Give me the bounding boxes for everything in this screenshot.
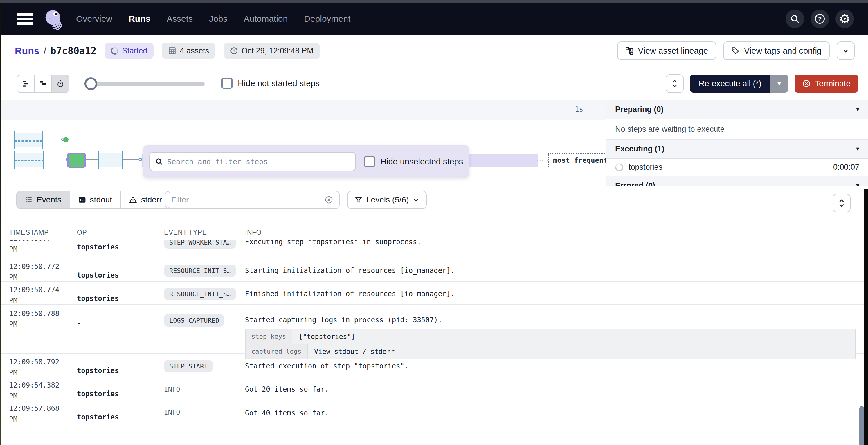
- metadata-row: step_keys ["topstories"]: [246, 329, 855, 344]
- reexecute-dropdown-button[interactable]: ▾: [770, 74, 788, 93]
- log-table-header: TIMESTAMP OP EVENT TYPE INFO: [1, 225, 865, 240]
- nav-jobs[interactable]: Jobs: [209, 14, 227, 24]
- executing-step-row[interactable]: topstories 0:00:07: [607, 159, 868, 176]
- page-scrollbar-rail[interactable]: [864, 189, 868, 445]
- search-icon: [790, 14, 800, 24]
- gantt-toolbar: Hide not started steps Re-execute all (*…: [1, 67, 868, 100]
- log-row[interactable]: 12:09:57.868PM topstories INFO Got 40 it…: [1, 400, 865, 445]
- preparing-empty-row: No steps are waiting to execute: [607, 119, 868, 140]
- collapse-caret-icon: ▾: [856, 106, 859, 113]
- page-scrollbar-thumb[interactable]: [859, 406, 864, 445]
- log-row[interactable]: 12:09:50.774PM topstories RESOURCE_INIT_…: [1, 282, 865, 305]
- log-filter-input[interactable]: [171, 196, 320, 205]
- executing-step-box-topstories[interactable]: [67, 152, 86, 168]
- log-filter-box: [165, 191, 340, 209]
- breadcrumb: Runs / b7c80a12: [15, 45, 96, 57]
- updown-chevrons-icon: [671, 79, 678, 88]
- log-tabs: Events stdout stderr: [16, 191, 170, 209]
- lineage-icon: [625, 47, 633, 55]
- hide-unselected-checkbox[interactable]: [364, 156, 375, 167]
- tab-stdout[interactable]: stdout: [70, 192, 121, 208]
- event-log-table: TIMESTAMP OP EVENT TYPE INFO 12:09:50.7P…: [1, 225, 865, 445]
- status-badge: Started: [104, 43, 154, 59]
- warning-triangle-icon: [129, 196, 137, 204]
- gantt-zoom-slider[interactable]: [87, 82, 205, 86]
- section-executing[interactable]: Executing (1) ▾: [607, 140, 868, 159]
- stopwatch-icon: [56, 80, 64, 88]
- expand-log-panel-button[interactable]: [833, 194, 850, 212]
- nav-deployment[interactable]: Deployment: [304, 14, 350, 24]
- completed-step-dot[interactable]: [63, 137, 68, 142]
- run-steps-panel: Preparing (0) ▾ No steps are waiting to …: [606, 100, 868, 186]
- breadcrumb-separator: /: [43, 45, 46, 57]
- tag-icon: [731, 47, 739, 55]
- dagster-run-page: Overview Runs Assets Jobs Automation Dep…: [0, 0, 868, 445]
- nav-assets[interactable]: Assets: [167, 14, 193, 24]
- gantt-filter-overlay: Hide unselected steps: [143, 145, 469, 178]
- gantt-mode-timed-button[interactable]: [52, 75, 69, 92]
- updown-chevrons-icon: [838, 199, 845, 207]
- gantt-time-axis: 1s: [1, 100, 606, 121]
- nav-overview[interactable]: Overview: [76, 14, 112, 24]
- gantt-mode-waterfall-button[interactable]: [35, 75, 52, 92]
- hide-unselected-label: Hide unselected steps: [380, 157, 463, 167]
- log-row[interactable]: 12:09:50.7PM topstories STEP_WORKER_STA……: [1, 240, 865, 259]
- col-op: OP: [69, 225, 156, 240]
- assets-badge[interactable]: 4 assets: [162, 43, 215, 59]
- gantt-mode-flat-button[interactable]: [17, 75, 35, 92]
- view-tags-config-button[interactable]: View tags and config: [723, 41, 830, 60]
- settings-button[interactable]: ⚙: [836, 9, 854, 28]
- pending-step-box[interactable]: [97, 153, 123, 167]
- hamburger-menu-icon[interactable]: [17, 13, 33, 25]
- spinner-icon: [614, 162, 625, 173]
- log-row[interactable]: 12:09:50.792PM topstories STEP_START Sta…: [1, 354, 865, 377]
- breadcrumb-runs-link[interactable]: Runs: [15, 45, 39, 57]
- view-asset-lineage-button[interactable]: View asset lineage: [617, 41, 716, 60]
- gear-icon: ⚙: [839, 12, 850, 25]
- expand-panel-button[interactable]: [666, 74, 684, 93]
- col-event-type: EVENT TYPE: [156, 225, 238, 240]
- hide-not-started-checkbox[interactable]: [221, 78, 232, 89]
- nav-automation[interactable]: Automation: [244, 14, 288, 24]
- help-button[interactable]: ?: [810, 9, 829, 28]
- start-time-badge: Oct 29, 12:09:48 PM: [223, 43, 320, 59]
- window-titlebar-strip: [0, 0, 868, 3]
- reexecute-all-button[interactable]: Re-execute all (*): [690, 74, 770, 93]
- event-list-icon: [25, 196, 32, 204]
- log-row[interactable]: 12:09:54.382PM topstories INFO Got 20 it…: [1, 377, 865, 400]
- col-info: INFO: [238, 225, 865, 240]
- clock-icon: [230, 47, 238, 55]
- chevron-down-icon: [842, 47, 849, 55]
- dotted-connector: [537, 160, 548, 161]
- not-started-step-box[interactable]: [13, 133, 43, 147]
- reexecute-split-button: Re-execute all (*) ▾: [690, 74, 788, 93]
- log-row[interactable]: 12:09:50.772PM topstories RESOURCE_INIT_…: [1, 259, 865, 282]
- collapse-caret-icon: ▾: [856, 145, 859, 152]
- step-box-most-frequent[interactable]: most_frequent: [548, 153, 606, 167]
- step-search-input[interactable]: [167, 158, 350, 166]
- tab-events[interactable]: Events: [17, 192, 70, 208]
- not-started-step-box[interactable]: [13, 153, 44, 167]
- waterfall-icon: [39, 80, 47, 88]
- log-row[interactable]: 12:09:50.788PM - LOGS_CAPTURED Started c…: [1, 305, 865, 354]
- top-navbar: Overview Runs Assets Jobs Automation Dep…: [0, 3, 868, 35]
- clear-filter-icon[interactable]: [324, 196, 333, 204]
- dagster-logo-icon[interactable]: [42, 8, 64, 30]
- circle-x-icon: [802, 79, 811, 88]
- nav-runs[interactable]: Runs: [129, 14, 150, 24]
- svg-text:?: ?: [818, 16, 822, 22]
- run-actions-dropdown-button[interactable]: [837, 41, 855, 60]
- tab-stderr[interactable]: stderr: [121, 192, 170, 208]
- col-timestamp: TIMESTAMP: [1, 225, 69, 240]
- search-button[interactable]: [785, 9, 804, 28]
- levels-dropdown-button[interactable]: Levels (5/6): [347, 191, 427, 209]
- terminate-button[interactable]: Terminate: [795, 74, 858, 93]
- section-preparing[interactable]: Preparing (0) ▾: [607, 100, 868, 119]
- gantt-mode-segmented-control: [17, 75, 69, 93]
- section-errored[interactable]: Errored (0) ▾: [607, 176, 868, 186]
- flat-list-icon: [22, 80, 29, 88]
- search-icon: [155, 158, 163, 166]
- collapse-caret-icon: ▾: [856, 182, 859, 186]
- main-nav: Overview Runs Assets Jobs Automation Dep…: [76, 14, 350, 24]
- gantt-zoom-slider-handle[interactable]: [85, 77, 97, 90]
